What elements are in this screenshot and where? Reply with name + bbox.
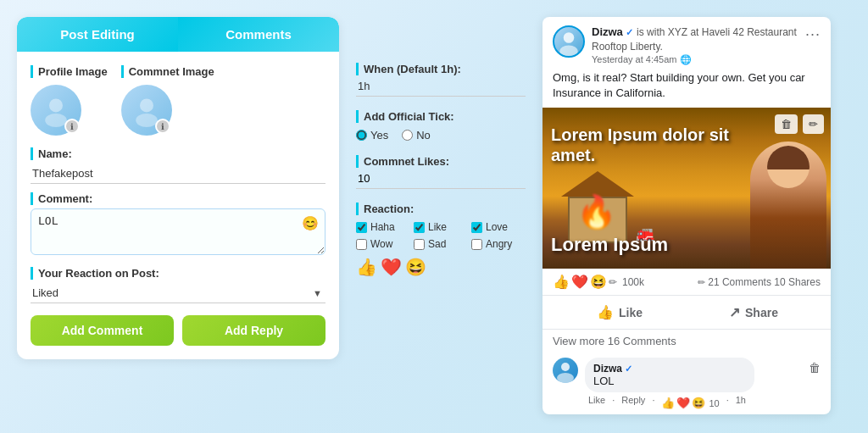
fb-comment-row: Dizwa ✓ LOL Like · Reply · 👍 ❤️ 😆 10 · 1… (542, 353, 831, 414)
profile-image-label: Profile Image (31, 65, 108, 78)
fb-with-text: is with XYZ at Haveli 42 Restaurant Roof… (592, 26, 797, 53)
checkbox-group: Haha Like Love Wow Sad Angry (356, 221, 526, 250)
fb-reaction-count: 100k (622, 276, 644, 288)
fb-fire-emoji: 🔥 (576, 193, 616, 230)
svg-point-1 (45, 114, 67, 127)
like-checkbox[interactable] (414, 222, 425, 233)
add-comment-button[interactable]: Add Comment (31, 315, 174, 346)
svg-point-5 (559, 45, 577, 57)
svg-point-2 (140, 98, 153, 112)
no-radio[interactable] (402, 130, 413, 141)
haha-checkbox-label[interactable]: Haha (356, 221, 410, 233)
fb-like-button[interactable]: 👍 Like (553, 297, 687, 327)
fb-reactions-bar: 👍 ❤️ 😆 ✏ 100k ✏ 21 Comments 10 Shares (542, 269, 831, 296)
tab-comments[interactable]: Comments (178, 17, 339, 52)
reaction-select[interactable]: Liked Loved Haha Wow Sad Angry (31, 283, 326, 303)
svg-point-4 (564, 32, 575, 43)
fb-name-row: Dizwa ✓ is with XYZ at Haveli 42 Restaur… (592, 25, 821, 54)
comment-group: Comment: LOL 😊 (31, 192, 326, 258)
tabs-bar: Post Editing Comments (17, 17, 339, 52)
fb-post-text: Omg, is it real? Start building your own… (542, 70, 831, 108)
fb-post-time: Yesterday at 4:45am (592, 54, 677, 64)
fb-like-reaction: 👍 (553, 274, 570, 290)
fb-reaction-icon-pencil: ✏ (609, 276, 617, 288)
angry-label: Angry (486, 238, 512, 250)
sad-label: Sad (428, 238, 446, 250)
name-label: Name: (31, 147, 326, 160)
profile-image-group: Profile Image ℹ (31, 65, 108, 136)
wow-checkbox-label[interactable]: Wow (356, 238, 410, 250)
dot-sep3: · (726, 395, 729, 409)
dot-sep1: · (612, 395, 615, 409)
fb-love-reaction: ❤️ (571, 274, 588, 290)
like-checkbox-label[interactable]: Like (414, 221, 468, 233)
like-emoji: 👍 (356, 257, 377, 277)
fb-post-meta: Yesterday at 4:45am 🌐 (592, 54, 821, 65)
fb-share-icon: ↗ (729, 304, 740, 320)
fb-comment-actions: Like · Reply · 👍 ❤️ 😆 10 · 1h (585, 395, 821, 409)
emoji-icon[interactable]: 😊 (302, 215, 319, 231)
svg-point-7 (557, 373, 574, 383)
likes-label: Commnet Likes: (356, 155, 449, 168)
profile-avatar-badge[interactable]: ℹ (64, 119, 80, 134)
love-checkbox-label[interactable]: Love (471, 221, 526, 233)
haha-label: Haha (370, 221, 395, 233)
fb-more-options-icon[interactable]: ··· (805, 25, 821, 43)
fb-action-counts: ✏ 21 Comments 10 Shares (698, 276, 821, 288)
sad-checkbox-label[interactable]: Sad (414, 238, 468, 250)
wow-label: Wow (370, 238, 392, 250)
fb-image-text-bottom: Lorem Ipsum (551, 234, 668, 256)
fb-comment-reply-action[interactable]: Reply (621, 395, 645, 409)
when-label: When (Default 1h): (356, 63, 461, 75)
fb-comment-like-action[interactable]: Like (588, 395, 605, 409)
fb-share-button[interactable]: ↗ Share (687, 297, 821, 327)
comment-avatar-badge[interactable]: ℹ (155, 119, 170, 134)
fb-comments-count: 21 Comments (708, 276, 771, 288)
when-input[interactable] (356, 76, 526, 97)
fb-action-row: 👍 Like ↗ Share (542, 296, 831, 330)
fb-view-comments[interactable]: View more 16 Comments (542, 330, 831, 353)
haha-checkbox[interactable] (356, 222, 367, 233)
comment-reaction-count: 10 (709, 398, 719, 408)
fb-shares-count: 10 Shares (774, 276, 821, 288)
yes-radio-label[interactable]: Yes (356, 129, 388, 142)
comment-image-group: Commnet Image ℹ (121, 65, 214, 136)
comment-reaction-2: ❤️ (676, 397, 690, 409)
reaction-select-wrap: Liked Loved Haha Wow Sad Angry ▼ (31, 283, 326, 303)
fb-comment-delete-icon[interactable]: 🗑 (809, 361, 821, 375)
angry-checkbox[interactable] (471, 239, 482, 250)
comment-label: Comment: (31, 192, 326, 205)
fb-share-label: Share (745, 306, 778, 319)
tab-post-editing[interactable]: Post Editing (17, 17, 178, 52)
left-panel: Post Editing Comments Profile Image ℹ Co… (17, 17, 339, 359)
no-radio-label[interactable]: No (402, 129, 431, 142)
official-tick-group: Add Official Tick: Yes No (356, 108, 526, 142)
comment-textarea[interactable]: LOL (31, 208, 326, 255)
middle-panel: When (Default 1h): Add Official Tick: Ye… (356, 17, 526, 289)
haha-emoji: 😆 (405, 257, 426, 277)
fb-haha-reaction: 😆 (590, 274, 607, 290)
wow-checkbox[interactable] (356, 239, 367, 250)
like-label: Like (428, 221, 447, 233)
yes-radio[interactable] (356, 130, 367, 141)
fb-image-controls: 🗑 ✏ (775, 114, 824, 134)
globe-icon: 🌐 (680, 54, 692, 64)
love-checkbox[interactable] (471, 222, 482, 233)
avatar-row: Profile Image ℹ Commnet Image (31, 65, 326, 136)
comment-image-label: Commnet Image (121, 65, 214, 78)
fb-image-delete-button[interactable]: 🗑 (775, 114, 798, 134)
likes-group: Commnet Likes: (356, 153, 526, 189)
name-input[interactable] (31, 164, 326, 184)
no-label: No (416, 129, 431, 142)
reaction-checkbox-group: Reaction: Haha Like Love Wow Sad (356, 201, 526, 277)
add-reply-button[interactable]: Add Reply (182, 315, 326, 346)
fb-image-edit-button[interactable]: ✏ (803, 114, 824, 134)
fb-girl-face (767, 146, 810, 188)
sad-checkbox[interactable] (414, 239, 425, 250)
fb-like-label: Like (619, 306, 643, 319)
fb-view-comments-text: View more 16 Comments (553, 335, 676, 347)
comment-avatar-wrap: ℹ (121, 85, 172, 136)
angry-checkbox-label[interactable]: Angry (471, 238, 526, 250)
likes-input[interactable] (356, 169, 526, 189)
fb-post-image: 🔥 🚒 Lorem Ipsum dolor sit amet. Lorem Ip… (542, 108, 831, 269)
